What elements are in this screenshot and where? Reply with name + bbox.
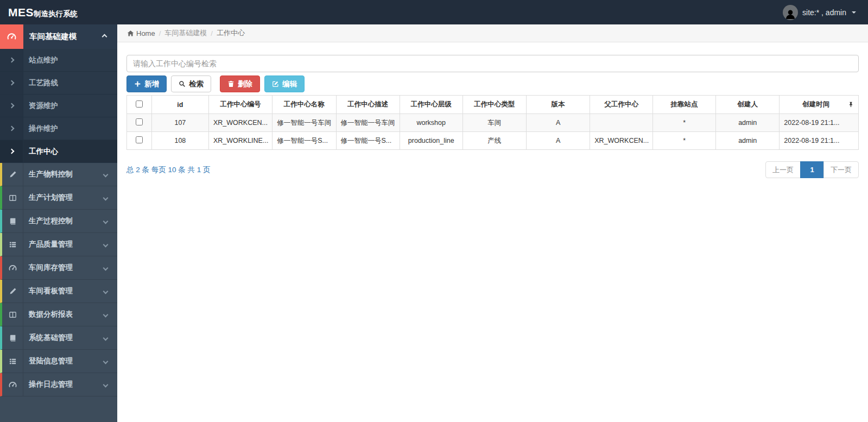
add-button[interactable]: 新增 xyxy=(126,75,167,92)
cell-name: 修一智能一号车间 xyxy=(273,114,336,132)
cell-version: A xyxy=(526,114,590,132)
chevron-right-icon xyxy=(0,49,23,71)
col-header-version: 版本 xyxy=(526,96,590,114)
sidebar-item-label: 生产物料控制 xyxy=(23,169,104,179)
sidebar-item-production-process-control[interactable]: 生产过程控制 xyxy=(0,210,117,233)
sidebar-item-resource-maintenance[interactable]: 资源维护 xyxy=(0,95,117,117)
delete-button-label: 删除 xyxy=(238,79,252,89)
list-icon xyxy=(2,350,23,373)
edit-button-label: 编辑 xyxy=(282,79,297,89)
chevron-right-icon xyxy=(0,117,23,140)
pencil-icon xyxy=(2,280,23,303)
main-content: Home / 车间基础建模 / 工作中心 新增 检索 删除 编辑 xyxy=(117,24,868,422)
chevron-down-icon xyxy=(103,335,109,341)
breadcrumb-home-label: Home xyxy=(136,29,155,37)
columns-icon xyxy=(2,186,23,209)
chevron-right-icon xyxy=(0,95,23,117)
sidebar-item-operation-log-management[interactable]: 操作日志管理 xyxy=(0,373,117,396)
content-panel: 新增 检索 删除 编辑 xyxy=(117,42,868,178)
sidebar-item-operation-maintenance[interactable]: 操作维护 xyxy=(0,117,117,140)
breadcrumb-section-link[interactable]: 车间基础建模 xyxy=(164,28,207,38)
chevron-down-icon xyxy=(103,265,109,270)
sidebar-item-production-plan-management[interactable]: 生产计划管理 xyxy=(0,186,117,210)
gauge-icon xyxy=(2,256,23,279)
sidebar-item-production-material-control[interactable]: 生产物料控制 xyxy=(0,163,117,186)
pagination: 总 2 条 每页 10 条 共 1 页 上一页 1 下一页 xyxy=(126,161,859,178)
sidebar: 车间基础建模 站点维护 工艺路线 资源维护 操作维护 工作中心 生产物料控制 xyxy=(0,24,117,422)
trash-icon xyxy=(227,80,235,87)
home-icon xyxy=(127,30,134,37)
select-all-checkbox[interactable] xyxy=(136,100,143,108)
chevron-right-icon xyxy=(0,140,23,162)
cell-station: * xyxy=(653,114,716,132)
table-header-row: id 工作中心编号 工作中心名称 工作中心描述 工作中心层级 工作中心类型 版本… xyxy=(127,96,859,114)
sidebar-item-label: 数据分析报表 xyxy=(23,310,104,319)
breadcrumb: Home / 车间基础建模 / 工作中心 xyxy=(117,24,868,42)
sidebar-item-workshop-modeling[interactable]: 车间基础建模 xyxy=(0,24,117,49)
cell-description: 修一智能一号车间 xyxy=(336,114,400,132)
row-checkbox[interactable] xyxy=(136,118,143,125)
sidebar-item-process-route[interactable]: 工艺路线 xyxy=(0,72,117,95)
sidebar-item-label: 工作中心 xyxy=(23,147,58,156)
chevron-right-icon xyxy=(0,72,23,94)
sidebar-item-workshop-kanban-management[interactable]: 车间看板管理 xyxy=(0,280,117,303)
cell-type: 车间 xyxy=(462,114,526,132)
work-center-table: id 工作中心编号 工作中心名称 工作中心描述 工作中心层级 工作中心类型 版本… xyxy=(126,95,859,150)
pin-icon[interactable] xyxy=(848,102,854,108)
row-checkbox[interactable] xyxy=(136,136,143,143)
gauge-icon xyxy=(2,373,23,396)
cell-create-time: 2022-08-19 21:1... xyxy=(780,132,859,150)
sidebar-item-label: 系统基础管理 xyxy=(23,333,104,343)
sidebar-item-label: 产品质量管理 xyxy=(23,240,104,249)
user-menu[interactable]: site:* , admin xyxy=(783,5,868,20)
cell-code: XR_WORKLINE... xyxy=(208,132,272,150)
chevron-down-icon xyxy=(103,382,109,387)
sidebar-item-work-center[interactable]: 工作中心 xyxy=(0,140,117,163)
table-row: 107 XR_WORKCEN... 修一智能一号车间 修一智能一号车间 work… xyxy=(127,114,859,132)
columns-icon xyxy=(2,303,23,326)
sidebar-submenu: 站点维护 工艺路线 资源维护 操作维护 工作中心 xyxy=(0,49,117,163)
sidebar-item-product-quality-management[interactable]: 产品质量管理 xyxy=(0,233,117,256)
sidebar-item-label: 站点维护 xyxy=(23,55,58,65)
delete-button[interactable]: 删除 xyxy=(220,75,260,92)
search-input[interactable] xyxy=(126,55,859,72)
sidebar-item-site-maintenance[interactable]: 站点维护 xyxy=(0,49,117,72)
row-checkbox-cell xyxy=(127,132,152,150)
sidebar-item-workshop-inventory-management[interactable]: 车间库存管理 xyxy=(0,256,117,280)
col-header-parent: 父工作中心 xyxy=(590,96,653,114)
search-icon xyxy=(179,80,186,87)
toolbar: 新增 检索 删除 编辑 xyxy=(126,75,859,92)
sidebar-item-label: 生产计划管理 xyxy=(23,193,104,203)
brand-logo[interactable]: MES制造执行系统 xyxy=(0,6,78,19)
search-button[interactable]: 检索 xyxy=(171,75,211,92)
chevron-down-icon xyxy=(103,358,109,364)
sidebar-item-label: 车间库存管理 xyxy=(23,263,104,273)
sidebar-item-data-analysis-reports[interactable]: 数据分析报表 xyxy=(0,303,117,326)
chevron-down-icon xyxy=(103,242,109,247)
sidebar-item-label: 车间看板管理 xyxy=(23,286,104,296)
breadcrumb-separator: / xyxy=(159,29,161,37)
chevron-down-icon xyxy=(103,218,109,224)
pencil-icon xyxy=(2,163,23,186)
breadcrumb-home-link[interactable]: Home xyxy=(127,29,155,37)
cell-version: A xyxy=(526,132,590,150)
sidebar-group-label: 车间基础建模 xyxy=(23,32,103,42)
sidebar-item-label: 资源维护 xyxy=(23,101,58,111)
sidebar-item-login-info-management[interactable]: 登陆信息管理 xyxy=(0,350,117,373)
col-header-station: 挂靠站点 xyxy=(653,96,716,114)
col-header-create-time: 创建时间 xyxy=(780,96,859,114)
cell-id: 108 xyxy=(151,132,208,150)
sidebar-item-system-basic-management[interactable]: 系统基础管理 xyxy=(0,326,117,350)
cell-code: XR_WORKCEN... xyxy=(208,114,272,132)
page-1-button[interactable]: 1 xyxy=(800,161,824,178)
cell-name: 修一智能一号S... xyxy=(273,132,336,150)
cell-creator: admin xyxy=(716,132,780,150)
edit-button[interactable]: 编辑 xyxy=(264,75,305,92)
row-checkbox-cell xyxy=(127,114,152,132)
chevron-down-icon xyxy=(103,195,109,200)
prev-page-button[interactable]: 上一页 xyxy=(765,161,801,178)
search-button-label: 检索 xyxy=(189,79,204,89)
brand-mes: MES xyxy=(8,6,34,19)
user-label: site:* , admin xyxy=(802,8,846,17)
next-page-button[interactable]: 下一页 xyxy=(823,161,859,178)
